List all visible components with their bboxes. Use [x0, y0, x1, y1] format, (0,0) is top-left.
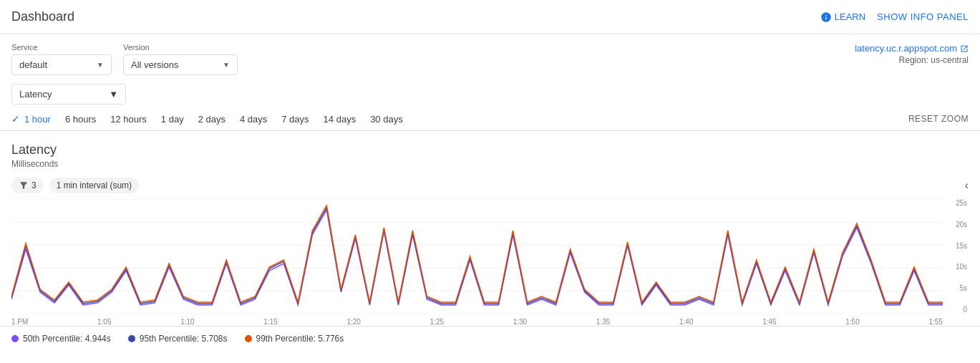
- chart-title: Latency: [11, 142, 969, 158]
- y-axis-labels: 25s 20s 15s 10s 5s 0: [943, 199, 969, 314]
- chart-subtitle: Milliseconds: [11, 159, 969, 169]
- metric-select[interactable]: Latency ▼: [11, 84, 126, 105]
- filter-badge[interactable]: 3: [11, 178, 44, 193]
- y-label-20s: 20s: [944, 221, 967, 228]
- legend-row: 50th Percentile: 4.944s 95th Percentile:…: [0, 326, 980, 351]
- legend-label-99th: 99th Percentile: 5.776s: [256, 334, 344, 344]
- header: Dashboard LEARN SHOW INFO PANEL: [0, 0, 980, 34]
- service-value: default: [19, 59, 47, 70]
- learn-link[interactable]: LEARN: [820, 11, 865, 23]
- time-option-1day[interactable]: 1 day: [161, 114, 184, 125]
- filter-icon: [19, 180, 29, 190]
- controls-left: Service default ▼ Version All versions ▼: [11, 43, 238, 75]
- legend-item-50th: 50th Percentile: 4.944s: [11, 334, 111, 344]
- metric-arrow-icon: ▼: [109, 89, 118, 100]
- region-text: Region: us-central: [855, 55, 969, 65]
- x-label-155: 1:55: [928, 318, 942, 326]
- version-label: Version: [123, 43, 238, 52]
- time-option-6hours[interactable]: 6 hours: [65, 114, 96, 125]
- chart-toolbar-left: 3 1 min interval (sum): [11, 178, 139, 193]
- x-axis-labels: 1 PM 1:05 1:10 1:15 1:20 1:25 1:30 1:35 …: [11, 315, 969, 326]
- x-label-135: 1:35: [596, 318, 610, 326]
- metric-row: Latency ▼: [0, 81, 980, 110]
- x-label-105: 1:05: [97, 318, 111, 326]
- header-actions: LEARN SHOW INFO PANEL: [820, 11, 969, 23]
- time-option-1hour[interactable]: ✓ 1 hour: [11, 113, 51, 125]
- version-value: All versions: [131, 59, 178, 70]
- chart-svg: [11, 199, 943, 314]
- region-link[interactable]: latency.uc.r.appspot.com: [855, 43, 969, 54]
- chart-section: Latency Milliseconds 3 1 min interval (s…: [0, 131, 980, 326]
- metric-value: Latency: [19, 89, 52, 100]
- x-label-115: 1:15: [263, 318, 277, 326]
- legend-label-50th: 50th Percentile: 4.944s: [23, 334, 111, 344]
- legend-label-95th: 95th Percentile: 5.708s: [140, 334, 228, 344]
- x-label-110: 1:10: [180, 318, 194, 326]
- x-label-150: 1:50: [845, 318, 859, 326]
- interval-badge: 1 min interval (sum): [49, 178, 139, 193]
- time-option-30days[interactable]: 30 days: [370, 114, 403, 125]
- service-label: Service: [11, 43, 112, 52]
- x-label-1pm: 1 PM: [11, 318, 28, 326]
- legend-item-95th: 95th Percentile: 5.708s: [128, 334, 228, 344]
- x-label-125: 1:25: [430, 318, 444, 326]
- version-arrow-icon: ▼: [223, 61, 230, 69]
- x-label-120: 1:20: [346, 318, 360, 326]
- y-label-25s: 25s: [944, 199, 967, 207]
- check-icon: ✓: [11, 113, 20, 125]
- time-option-2days[interactable]: 2 days: [198, 114, 225, 125]
- time-option-4days[interactable]: 4 days: [240, 114, 267, 125]
- x-label-140: 1:40: [679, 318, 693, 326]
- y-label-10s: 10s: [944, 263, 967, 271]
- y-label-15s: 15s: [944, 242, 967, 250]
- legend-dot-50th: [11, 335, 19, 342]
- filter-count: 3: [31, 180, 37, 190]
- controls-row: Service default ▼ Version All versions ▼…: [0, 34, 980, 81]
- x-label-130: 1:30: [513, 318, 527, 326]
- reset-zoom-button[interactable]: RESET ZOOM: [908, 114, 969, 124]
- time-option-14days[interactable]: 14 days: [324, 114, 356, 125]
- page-title: Dashboard: [11, 9, 74, 24]
- external-link-icon: [960, 44, 969, 53]
- learn-icon: [820, 11, 832, 23]
- time-options: ✓ 1 hour 6 hours 12 hours 1 day 2 days 4…: [11, 113, 403, 125]
- controls-right: latency.uc.r.appspot.com Region: us-cent…: [855, 43, 969, 65]
- chart-area: [11, 199, 943, 314]
- legend-dot-95th: [128, 335, 135, 342]
- legend-dot-99th: [245, 335, 252, 342]
- time-option-7days[interactable]: 7 days: [281, 114, 309, 125]
- legend-item-99th: 99th Percentile: 5.776s: [245, 334, 344, 344]
- y-label-5s: 5s: [944, 284, 967, 292]
- service-select[interactable]: default ▼: [11, 54, 112, 75]
- version-select[interactable]: All versions ▼: [123, 54, 238, 75]
- collapse-button[interactable]: ‹: [965, 179, 969, 192]
- chart-wrapper: 25s 20s 15s 10s 5s 0 1 PM 1:05 1:10 1:15…: [11, 199, 969, 326]
- version-select-group: Version All versions ▼: [123, 43, 238, 75]
- time-option-12hours[interactable]: 12 hours: [110, 114, 147, 125]
- chart-toolbar: 3 1 min interval (sum) ‹: [11, 178, 969, 193]
- x-label-145: 1:45: [762, 318, 776, 326]
- show-info-panel-button[interactable]: SHOW INFO PANEL: [877, 11, 969, 22]
- service-arrow-icon: ▼: [97, 61, 104, 69]
- service-select-group: Service default ▼: [11, 43, 112, 75]
- time-range-row: ✓ 1 hour 6 hours 12 hours 1 day 2 days 4…: [0, 110, 980, 131]
- y-label-0: 0: [944, 306, 967, 314]
